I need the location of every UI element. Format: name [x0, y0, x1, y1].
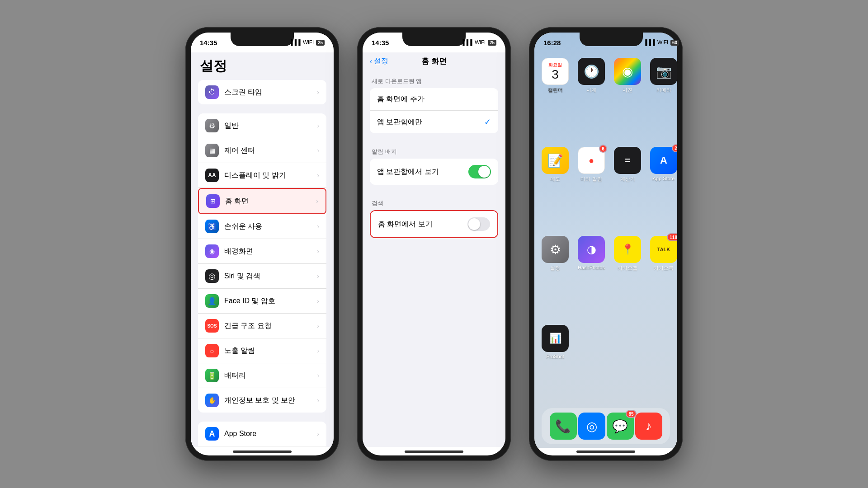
- app-hashphotos[interactable]: ◑ HashPhotos: [578, 236, 605, 316]
- settings-row-privacy[interactable]: ✋ 개인정보 보호 및 보안 ›: [198, 388, 326, 413]
- settings-row-screentime[interactable]: ⏱ 스크린 타임 ›: [198, 80, 326, 104]
- camera-label: 카메라: [656, 87, 671, 94]
- section-label-3: 검색: [363, 192, 505, 210]
- wallpaper-label: 배경화면: [224, 247, 311, 256]
- dock: 📞 ◎ 💬 85 ♪: [542, 408, 670, 444]
- settings-row-general[interactable]: ⚙ 일반 ›: [198, 113, 326, 138]
- screentime-icon: ⏱: [205, 85, 219, 99]
- time-1: 14:35: [200, 39, 217, 47]
- wifi-icon: WiFi: [303, 39, 314, 46]
- kakaotalk-label: 카카오톡: [654, 265, 674, 272]
- battery-label: 배터리: [224, 371, 311, 380]
- dock-safari[interactable]: ◎: [578, 413, 605, 440]
- badge-toggle-row[interactable]: 앱 보관함에서 보기: [370, 159, 498, 185]
- siri-icon: ◎: [205, 269, 219, 283]
- proshot-label: ProShot: [546, 354, 564, 359]
- appstore-label-home: App Store: [653, 176, 675, 181]
- calendar-label: 캘린더: [548, 87, 563, 94]
- control-icon: ▦: [205, 144, 219, 157]
- settings-row-siri[interactable]: ◎ Siri 및 검색 ›: [198, 264, 326, 289]
- badge-toggle-switch[interactable]: [468, 165, 491, 178]
- home-bar-1[interactable]: [233, 450, 292, 453]
- app-settings[interactable]: ⚙ 설정: [542, 236, 569, 316]
- screentime-label: 스크린 타임: [224, 88, 311, 97]
- photos-icon: ◉: [614, 58, 641, 85]
- app-calendar[interactable]: 화요일 3 캘린더: [542, 58, 569, 138]
- signal-icon-3: ▐▐▐: [643, 39, 655, 46]
- home-bar-3[interactable]: [576, 450, 635, 453]
- siri-label: Siri 및 검색: [224, 272, 311, 281]
- faceid-label: Face ID 및 암호: [224, 296, 311, 306]
- app-photos[interactable]: ◉ 사진: [614, 58, 641, 138]
- back-chevron: ‹: [370, 57, 372, 66]
- app-proshot[interactable]: 📊 ProShot: [542, 325, 569, 404]
- chevron-icon: ›: [317, 89, 319, 96]
- home-bar-2[interactable]: [405, 450, 463, 453]
- phone-icon: 📞: [550, 413, 577, 440]
- back-label: 설정: [374, 56, 388, 66]
- privacy-icon: ✋: [205, 394, 219, 407]
- status-bar-1: 14:35 ▐▐▐ WiFi 25: [191, 33, 334, 52]
- settings-row-appstore[interactable]: A App Store ›: [198, 422, 326, 446]
- download-options-section: 홈 화면에 추가 앱 보관함에만 ✓: [370, 88, 498, 133]
- settings-row-alarm[interactable]: ☼ 노출 알림 ›: [198, 338, 326, 363]
- search-toggle-row[interactable]: 홈 화면에서 보기: [371, 211, 497, 237]
- appstore-badge: 2: [672, 144, 677, 152]
- settings-row-sos[interactable]: SOS 긴급 구조 요청 ›: [198, 314, 326, 338]
- status-bar-3: 16:28 ▐▐▐ WiFi 60: [534, 33, 677, 52]
- settings-row-control[interactable]: ▦ 제어 센터 ›: [198, 138, 326, 163]
- battery-icon: 🔋: [205, 369, 219, 382]
- battery-1: 25: [316, 40, 325, 46]
- homescreen-icon: ⊞: [206, 194, 220, 208]
- search-toggle-switch[interactable]: [467, 217, 490, 231]
- homescreen: 화요일 3 캘린더 🕐 시계 ◉ 사진: [534, 33, 677, 448]
- settings-icon-home: ⚙: [542, 236, 569, 263]
- faceid-icon: 👤: [205, 294, 219, 308]
- reminders-badge: 6: [599, 145, 607, 153]
- settings-row-accessibility[interactable]: ♿ 손쉬운 사용 ›: [198, 214, 326, 239]
- option1-label: 홈 화면에 추가: [377, 94, 491, 104]
- homescreen-label: 홈 화면: [225, 197, 311, 206]
- section-label-1: 새로 다운로드된 앱: [363, 70, 505, 88]
- app-appstore[interactable]: A 2 App Store: [650, 147, 677, 227]
- settings-row-wallet[interactable]: 💳 지갑 ›: [198, 446, 326, 447]
- kakaomap-label: 카카오맵: [618, 265, 637, 272]
- messages-icon: 💬 85: [607, 413, 634, 440]
- settings-row-wallpaper[interactable]: ◉ 배경화면 ›: [198, 239, 326, 264]
- accessibility-icon: ♿: [205, 220, 219, 233]
- settings-title: 설정: [191, 52, 334, 80]
- kakaomap-icon: 📍: [614, 236, 641, 263]
- app-reminders[interactable]: ● 6 미리 알림: [578, 147, 605, 227]
- settings-label-home: 설정: [550, 265, 560, 272]
- status-icons-3: ▐▐▐ WiFi 60: [643, 39, 677, 46]
- app-notes[interactable]: 📝 메모: [542, 147, 569, 227]
- calendar-icon: 화요일 3: [542, 58, 569, 85]
- search-toggle-thumb: [468, 218, 480, 230]
- phone-2: 14:35 ▐▐▐ WiFi 25 ‹ 설정 홈 화면 새로 다운로드된 앱 홈…: [357, 27, 511, 461]
- settings-row-battery[interactable]: 🔋 배터리 ›: [198, 363, 326, 388]
- settings-row-faceid[interactable]: 👤 Face ID 및 암호 ›: [198, 289, 326, 314]
- signal-icon: ▐▐▐: [289, 39, 301, 46]
- dock-phone[interactable]: 📞: [550, 413, 577, 440]
- option-add-home[interactable]: 홈 화면에 추가: [370, 88, 498, 111]
- app-camera[interactable]: 📷 카메라: [650, 58, 677, 138]
- search-section: 홈 화면에서 보기: [370, 210, 498, 238]
- back-button[interactable]: ‹ 설정: [370, 56, 388, 66]
- settings-row-display[interactable]: AA 디스플레이 및 밝기 ›: [198, 163, 326, 188]
- calc-label: 계산기: [620, 176, 635, 183]
- option-app-library[interactable]: 앱 보관함에만 ✓: [370, 111, 498, 133]
- app-kakaomap[interactable]: 📍 카카오맵: [614, 236, 641, 316]
- reminders-label: 미리 알림: [580, 176, 602, 183]
- control-label: 제어 센터: [224, 146, 311, 155]
- alarm-icon: ☼: [205, 344, 219, 357]
- dock-music[interactable]: ♪: [635, 413, 662, 440]
- app-calculator[interactable]: = 계산기: [614, 147, 641, 227]
- calc-icon: =: [614, 147, 641, 174]
- alarm-label: 노출 알림: [224, 346, 311, 356]
- proshot-icon: 📊: [542, 325, 569, 352]
- dock-messages[interactable]: 💬 85: [607, 413, 634, 440]
- settings-row-homescreen[interactable]: ⊞ 홈 화면 ›: [198, 188, 326, 214]
- app-kakaotalk[interactable]: TALK 118 카카오톡: [650, 236, 677, 316]
- clock-icon: 🕐: [578, 58, 605, 85]
- app-clock[interactable]: 🕐 시계: [578, 58, 605, 138]
